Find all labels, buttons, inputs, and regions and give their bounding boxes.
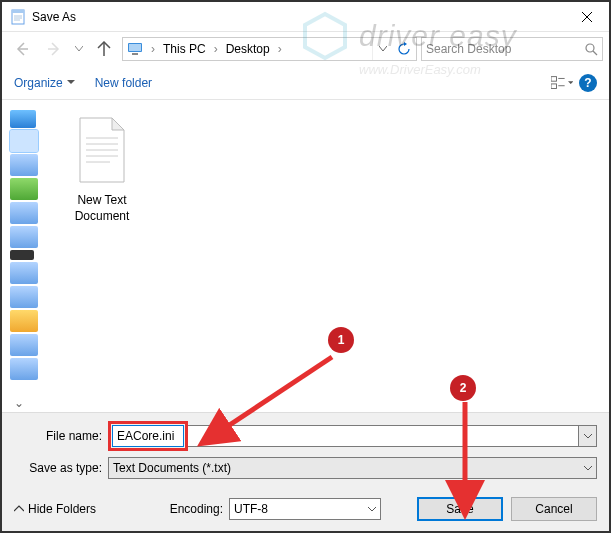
back-button[interactable] xyxy=(8,37,36,61)
filename-dropdown[interactable] xyxy=(579,425,597,447)
file-item[interactable]: New Text Document xyxy=(62,114,142,224)
chevron-down-icon xyxy=(584,466,592,471)
chevron-right-icon: › xyxy=(149,42,157,56)
chevron-right-icon: › xyxy=(276,42,284,56)
title-bar: Save As xyxy=(2,2,609,32)
address-dropdown[interactable] xyxy=(372,38,392,60)
tree-item[interactable] xyxy=(10,334,38,356)
filename-input[interactable] xyxy=(112,425,184,447)
nav-tree[interactable]: ⌄ xyxy=(2,100,42,412)
type-label: Save as type: xyxy=(14,461,108,475)
search-placeholder: Search Desktop xyxy=(426,42,580,56)
chevron-down-icon[interactable]: ⌄ xyxy=(14,396,24,410)
hide-folders-label: Hide Folders xyxy=(28,502,96,516)
arrow-annotation xyxy=(455,402,475,505)
arrow-left-icon xyxy=(14,41,30,57)
svg-rect-1 xyxy=(12,10,24,13)
newfolder-label: New folder xyxy=(95,76,152,90)
hide-folders-button[interactable]: Hide Folders xyxy=(14,502,96,516)
crumb-thispc[interactable]: This PC xyxy=(159,42,210,56)
callout-1: 1 xyxy=(328,327,354,353)
svg-rect-11 xyxy=(129,44,141,51)
chevron-down-icon xyxy=(67,80,75,85)
up-button[interactable] xyxy=(90,37,118,61)
filename-label: File name: xyxy=(14,429,108,443)
arrow-annotation xyxy=(212,352,342,445)
svg-line-25 xyxy=(222,357,332,430)
chevron-down-icon xyxy=(568,81,573,85)
new-folder-button[interactable]: New folder xyxy=(95,76,152,90)
close-button[interactable] xyxy=(564,2,609,32)
encoding-value: UTF-8 xyxy=(234,502,268,516)
crumb-desktop[interactable]: Desktop xyxy=(222,42,274,56)
refresh-button[interactable] xyxy=(394,42,414,56)
tree-item[interactable] xyxy=(10,202,38,224)
cancel-button[interactable]: Cancel xyxy=(511,497,597,521)
pc-icon xyxy=(127,41,143,57)
type-select[interactable]: Text Documents (*.txt) xyxy=(108,457,597,479)
nav-bar: › This PC › Desktop › Search Desktop xyxy=(2,32,609,66)
tree-item[interactable] xyxy=(10,358,38,380)
text-file-icon xyxy=(72,114,132,186)
tree-item[interactable] xyxy=(10,250,34,260)
toolbar: Organize New folder ? xyxy=(2,66,609,100)
chevron-down-icon xyxy=(379,46,387,52)
tree-item[interactable] xyxy=(10,110,36,128)
notepad-icon xyxy=(10,9,26,25)
refresh-icon xyxy=(397,42,411,56)
encoding-select[interactable]: UTF-8 xyxy=(229,498,381,520)
chevron-down-icon xyxy=(584,434,592,439)
tree-item[interactable] xyxy=(10,286,38,308)
tree-item[interactable] xyxy=(10,154,38,176)
svg-rect-12 xyxy=(132,53,138,55)
forward-button[interactable] xyxy=(40,37,68,61)
view-options-button[interactable] xyxy=(551,72,573,94)
chevron-up-icon xyxy=(14,504,24,514)
chevron-down-icon xyxy=(75,46,83,52)
arrow-up-icon xyxy=(96,41,112,57)
arrow-right-icon xyxy=(46,41,62,57)
help-button[interactable]: ? xyxy=(579,74,597,92)
callout-2: 2 xyxy=(450,375,476,401)
type-value: Text Documents (*.txt) xyxy=(113,461,231,475)
address-bar[interactable]: › This PC › Desktop › xyxy=(122,37,417,61)
recent-dropdown[interactable] xyxy=(72,37,86,61)
tree-item[interactable] xyxy=(10,130,38,152)
close-icon xyxy=(582,12,592,22)
search-input[interactable]: Search Desktop xyxy=(421,37,603,61)
tree-item[interactable] xyxy=(10,226,38,248)
chevron-down-icon xyxy=(368,507,376,512)
tree-item[interactable] xyxy=(10,178,38,200)
tree-item[interactable] xyxy=(10,310,38,332)
svg-line-14 xyxy=(593,51,597,55)
view-icon xyxy=(551,76,566,90)
chevron-right-icon: › xyxy=(212,42,220,56)
help-icon: ? xyxy=(584,76,591,90)
organize-label: Organize xyxy=(14,76,63,90)
file-label: New Text Document xyxy=(62,193,142,224)
svg-rect-15 xyxy=(551,76,556,81)
search-icon xyxy=(584,42,598,56)
organize-menu[interactable]: Organize xyxy=(14,76,75,90)
svg-point-13 xyxy=(586,44,594,52)
cancel-label: Cancel xyxy=(535,502,572,516)
svg-rect-16 xyxy=(551,83,556,88)
window-title: Save As xyxy=(32,10,564,24)
encoding-label: Encoding: xyxy=(170,502,223,516)
tree-item[interactable] xyxy=(10,262,38,284)
